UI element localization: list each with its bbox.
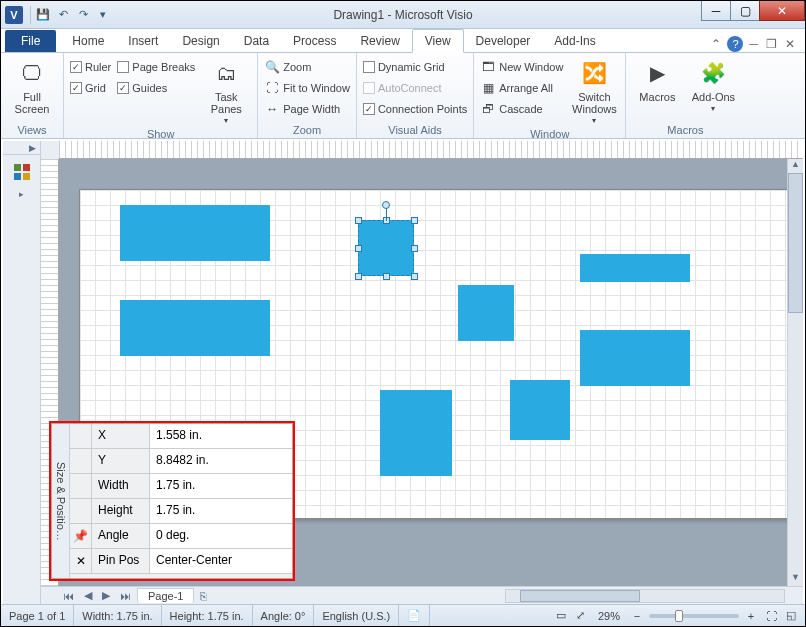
page-nav-next[interactable]: ▶ bbox=[98, 589, 114, 602]
fit-page-button[interactable]: ⛶ bbox=[763, 608, 779, 624]
shape-rect[interactable] bbox=[120, 205, 270, 261]
status-macro-icon[interactable]: 📄 bbox=[399, 605, 430, 626]
full-screen-status-button[interactable]: ◱ bbox=[783, 608, 799, 624]
row-value[interactable]: 1.558 in. bbox=[150, 424, 292, 448]
checkbox-autoconnect[interactable]: AutoConnect bbox=[363, 78, 467, 98]
size-position-row[interactable]: ✕Pin PosCenter-Center bbox=[70, 549, 292, 574]
size-position-row[interactable]: Y8.8482 in. bbox=[70, 449, 292, 474]
page-tab-1[interactable]: Page-1 bbox=[137, 588, 194, 603]
status-page-break-icon[interactable]: ⤢ bbox=[573, 608, 589, 624]
title-bar: V 💾 ↶ ↷ ▾ Drawing1 - Microsoft Visio ─ ▢… bbox=[1, 1, 805, 29]
status-page[interactable]: Page 1 of 1 bbox=[1, 605, 74, 626]
shape-rect[interactable] bbox=[510, 380, 570, 440]
vertical-scrollbar[interactable]: ▲ ▼ bbox=[787, 159, 803, 586]
page-nav-prev[interactable]: ◀ bbox=[80, 589, 96, 602]
row-value[interactable]: 1.75 in. bbox=[150, 499, 292, 523]
task-panes-button[interactable]: 🗂 Task Panes ▾ bbox=[201, 57, 251, 126]
selection-handle[interactable] bbox=[355, 245, 362, 252]
shape-rect[interactable] bbox=[580, 254, 690, 282]
zoom-slider[interactable] bbox=[649, 614, 739, 618]
arrange-all-button[interactable]: ▦Arrange All bbox=[480, 78, 563, 98]
horizontal-ruler[interactable] bbox=[59, 141, 803, 159]
selection-handle[interactable] bbox=[411, 273, 418, 280]
checkbox-dynamic-grid[interactable]: Dynamic Grid bbox=[363, 57, 467, 77]
tab-developer[interactable]: Developer bbox=[464, 30, 543, 52]
ribbon: 🖵 Full Screen Views ✓Ruler ✓Grid Page Br… bbox=[1, 53, 805, 139]
horizontal-scrollbar-thumb[interactable] bbox=[520, 590, 640, 602]
size-position-row[interactable]: Width1.75 in. bbox=[70, 474, 292, 499]
selection-handle[interactable] bbox=[411, 217, 418, 224]
doc-minimize-button[interactable]: ─ bbox=[747, 37, 760, 51]
macros-button[interactable]: ▶ Macros bbox=[632, 57, 682, 103]
size-position-panel[interactable]: Size & Positio… X1.558 in.Y8.8482 in.Wid… bbox=[51, 423, 293, 579]
vertical-scrollbar-thumb[interactable] bbox=[788, 173, 803, 313]
tab-design[interactable]: Design bbox=[170, 30, 231, 52]
qat-undo-button[interactable]: ↶ bbox=[54, 6, 72, 24]
doc-close-button[interactable]: ✕ bbox=[783, 37, 797, 51]
page-nav-last[interactable]: ⏭ bbox=[116, 590, 135, 602]
qat-save-button[interactable]: 💾 bbox=[34, 6, 52, 24]
selection-handle[interactable] bbox=[355, 273, 362, 280]
page-nav-first[interactable]: ⏮ bbox=[59, 590, 78, 602]
checkbox-guides[interactable]: ✓Guides bbox=[117, 78, 195, 98]
ribbon-minimize-button[interactable]: ⌃ bbox=[709, 37, 723, 51]
shapes-pane-toggle[interactable]: ▶ bbox=[3, 141, 40, 155]
shape-rect[interactable] bbox=[120, 300, 270, 356]
shape-rect-selected[interactable] bbox=[358, 220, 414, 276]
row-value[interactable]: Center-Center bbox=[150, 549, 292, 573]
status-zoom-value[interactable]: 29% bbox=[593, 608, 625, 624]
zoom-in-button[interactable]: + bbox=[743, 608, 759, 624]
checkbox-grid[interactable]: ✓Grid bbox=[70, 78, 111, 98]
row-value[interactable]: 8.8482 in. bbox=[150, 449, 292, 473]
insert-page-button[interactable]: ⎘ bbox=[196, 590, 211, 602]
group-label-macros: Macros bbox=[632, 122, 738, 138]
checkbox-connection-points[interactable]: ✓Connection Points bbox=[363, 99, 467, 119]
size-position-row[interactable]: 📌Angle0 deg. bbox=[70, 524, 292, 549]
addons-icon: 🧩 bbox=[697, 57, 729, 89]
window-maximize-button[interactable]: ▢ bbox=[730, 1, 760, 21]
tab-data[interactable]: Data bbox=[232, 30, 281, 52]
tab-process[interactable]: Process bbox=[281, 30, 348, 52]
horizontal-scrollbar[interactable] bbox=[505, 589, 785, 603]
qat-redo-button[interactable]: ↷ bbox=[74, 6, 92, 24]
selection-handle[interactable] bbox=[383, 273, 390, 280]
full-screen-button[interactable]: 🖵 Full Screen bbox=[7, 57, 57, 115]
tab-view[interactable]: View bbox=[412, 29, 464, 53]
tab-home[interactable]: Home bbox=[60, 30, 116, 52]
tab-file[interactable]: File bbox=[5, 30, 56, 52]
switch-windows-button[interactable]: 🔀 Switch Windows ▾ bbox=[569, 57, 619, 126]
window-close-button[interactable]: ✕ bbox=[759, 1, 805, 21]
page-width-button[interactable]: ↔Page Width bbox=[264, 99, 350, 119]
shapes-pane-collapsed[interactable]: ▶ ▸ bbox=[3, 141, 41, 604]
size-position-row[interactable]: Height1.75 in. bbox=[70, 499, 292, 524]
qat-customize-button[interactable]: ▾ bbox=[94, 6, 112, 24]
zoom-slider-thumb[interactable] bbox=[675, 610, 683, 622]
zoom-out-button[interactable]: − bbox=[629, 608, 645, 624]
status-presentation-icon[interactable]: ▭ bbox=[553, 608, 569, 624]
checkbox-page-breaks[interactable]: Page Breaks bbox=[117, 57, 195, 77]
tab-addins[interactable]: Add-Ins bbox=[542, 30, 607, 52]
row-value[interactable]: 1.75 in. bbox=[150, 474, 292, 498]
fit-window-button[interactable]: ⛶Fit to Window bbox=[264, 78, 350, 98]
zoom-button[interactable]: 🔍Zoom bbox=[264, 57, 350, 77]
selection-handle[interactable] bbox=[411, 245, 418, 252]
new-window-button[interactable]: 🗔New Window bbox=[480, 57, 563, 77]
tab-review[interactable]: Review bbox=[348, 30, 411, 52]
window-minimize-button[interactable]: ─ bbox=[701, 1, 731, 21]
addons-button[interactable]: 🧩 Add-Ons ▾ bbox=[688, 57, 738, 114]
shapes-pane-icon[interactable] bbox=[9, 159, 35, 185]
shape-rect[interactable] bbox=[380, 390, 452, 476]
row-value[interactable]: 0 deg. bbox=[150, 524, 292, 548]
tab-insert[interactable]: Insert bbox=[116, 30, 170, 52]
selection-handle[interactable] bbox=[355, 217, 362, 224]
doc-restore-button[interactable]: ❐ bbox=[764, 37, 779, 51]
ribbon-group-visual-aids: Dynamic Grid AutoConnect ✓Connection Poi… bbox=[357, 53, 474, 138]
shape-rect[interactable] bbox=[580, 330, 690, 386]
shape-rect[interactable] bbox=[458, 285, 514, 341]
checkbox-ruler[interactable]: ✓Ruler bbox=[70, 57, 111, 77]
status-language[interactable]: English (U.S.) bbox=[314, 605, 399, 626]
help-button[interactable]: ? bbox=[727, 36, 743, 52]
rotation-handle[interactable] bbox=[382, 201, 390, 209]
cascade-button[interactable]: 🗗Cascade bbox=[480, 99, 563, 119]
size-position-row[interactable]: X1.558 in. bbox=[70, 424, 292, 449]
